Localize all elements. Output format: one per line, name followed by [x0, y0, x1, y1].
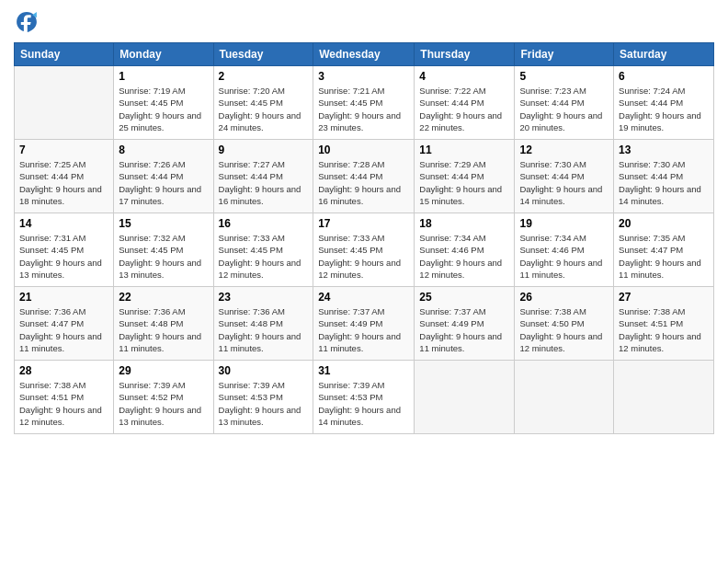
day-detail: Sunrise: 7:30 AMSunset: 4:44 PMDaylight:… [519, 158, 609, 207]
day-detail: Sunrise: 7:28 AMSunset: 4:44 PMDaylight:… [318, 158, 409, 207]
calendar-header: SundayMondayTuesdayWednesdayThursdayFrid… [15, 43, 714, 66]
day-number: 26 [519, 291, 609, 304]
calendar-cell: 30Sunrise: 7:39 AMSunset: 4:53 PMDayligh… [213, 361, 313, 434]
day-number: 4 [419, 70, 509, 83]
calendar-cell: 5Sunrise: 7:23 AMSunset: 4:44 PMDaylight… [515, 66, 614, 140]
day-number: 19 [519, 217, 609, 230]
calendar-cell: 3Sunrise: 7:21 AMSunset: 4:45 PMDaylight… [313, 66, 415, 140]
day-number: 14 [19, 217, 108, 230]
calendar-cell: 9Sunrise: 7:27 AMSunset: 4:44 PMDaylight… [213, 140, 313, 213]
calendar-cell [15, 66, 114, 140]
calendar-cell [515, 361, 614, 434]
weekday-header-tuesday: Tuesday [213, 43, 313, 66]
logo-icon [14, 9, 40, 35]
day-detail: Sunrise: 7:19 AMSunset: 4:45 PMDaylight:… [119, 85, 208, 133]
weekday-header-sunday: Sunday [15, 43, 114, 66]
day-number: 11 [419, 144, 509, 156]
calendar-week-2: 7Sunrise: 7:25 AMSunset: 4:44 PMDaylight… [15, 140, 714, 213]
day-number: 2 [219, 70, 309, 83]
day-detail: Sunrise: 7:38 AMSunset: 4:50 PMDaylight:… [519, 305, 609, 354]
day-detail: Sunrise: 7:36 AMSunset: 4:47 PMDaylight:… [19, 305, 108, 354]
day-detail: Sunrise: 7:32 AMSunset: 4:45 PMDaylight:… [119, 232, 208, 281]
day-detail: Sunrise: 7:38 AMSunset: 4:51 PMDaylight:… [19, 379, 108, 428]
day-detail: Sunrise: 7:39 AMSunset: 4:52 PMDaylight:… [119, 379, 208, 428]
day-detail: Sunrise: 7:35 AMSunset: 4:47 PMDaylight:… [619, 232, 709, 281]
day-number: 12 [519, 144, 609, 156]
day-number: 13 [619, 144, 709, 156]
calendar-cell: 18Sunrise: 7:34 AMSunset: 4:46 PMDayligh… [415, 213, 515, 287]
calendar-cell: 28Sunrise: 7:38 AMSunset: 4:51 PMDayligh… [15, 361, 114, 434]
calendar-cell: 12Sunrise: 7:30 AMSunset: 4:44 PMDayligh… [515, 140, 614, 213]
day-number: 21 [19, 291, 108, 304]
day-detail: Sunrise: 7:21 AMSunset: 4:45 PMDaylight:… [318, 85, 409, 133]
day-detail: Sunrise: 7:23 AMSunset: 4:44 PMDaylight:… [519, 85, 609, 133]
day-number: 1 [119, 70, 208, 83]
day-number: 25 [419, 291, 509, 304]
day-detail: Sunrise: 7:36 AMSunset: 4:48 PMDaylight:… [119, 305, 208, 354]
day-detail: Sunrise: 7:37 AMSunset: 4:49 PMDaylight:… [419, 305, 509, 354]
day-detail: Sunrise: 7:37 AMSunset: 4:49 PMDaylight:… [318, 305, 409, 354]
calendar-cell: 25Sunrise: 7:37 AMSunset: 4:49 PMDayligh… [415, 287, 515, 361]
day-detail: Sunrise: 7:34 AMSunset: 4:46 PMDaylight:… [519, 232, 609, 281]
calendar-cell: 7Sunrise: 7:25 AMSunset: 4:44 PMDaylight… [15, 140, 114, 213]
day-number: 8 [119, 144, 208, 156]
calendar-cell: 10Sunrise: 7:28 AMSunset: 4:44 PMDayligh… [313, 140, 415, 213]
calendar-cell: 4Sunrise: 7:22 AMSunset: 4:44 PMDaylight… [415, 66, 515, 140]
calendar-cell: 31Sunrise: 7:39 AMSunset: 4:53 PMDayligh… [313, 361, 415, 434]
day-number: 22 [119, 291, 208, 304]
day-number: 16 [219, 217, 309, 230]
calendar-cell [415, 361, 515, 434]
day-number: 31 [318, 364, 409, 377]
day-detail: Sunrise: 7:39 AMSunset: 4:53 PMDaylight:… [219, 379, 309, 428]
day-detail: Sunrise: 7:33 AMSunset: 4:45 PMDaylight:… [219, 232, 309, 281]
calendar-cell: 22Sunrise: 7:36 AMSunset: 4:48 PMDayligh… [114, 287, 213, 361]
day-detail: Sunrise: 7:33 AMSunset: 4:45 PMDaylight:… [318, 232, 409, 281]
calendar-cell: 29Sunrise: 7:39 AMSunset: 4:52 PMDayligh… [114, 361, 213, 434]
calendar-cell: 19Sunrise: 7:34 AMSunset: 4:46 PMDayligh… [515, 213, 614, 287]
calendar-week-4: 21Sunrise: 7:36 AMSunset: 4:47 PMDayligh… [15, 287, 714, 361]
day-number: 15 [119, 217, 208, 230]
day-detail: Sunrise: 7:36 AMSunset: 4:48 PMDaylight:… [219, 305, 309, 354]
day-detail: Sunrise: 7:29 AMSunset: 4:44 PMDaylight:… [419, 158, 509, 207]
day-detail: Sunrise: 7:38 AMSunset: 4:51 PMDaylight:… [619, 305, 709, 354]
calendar-cell: 21Sunrise: 7:36 AMSunset: 4:47 PMDayligh… [15, 287, 114, 361]
day-number: 7 [19, 144, 108, 156]
day-detail: Sunrise: 7:26 AMSunset: 4:44 PMDaylight:… [119, 158, 208, 207]
day-number: 3 [318, 70, 409, 83]
calendar-cell: 27Sunrise: 7:38 AMSunset: 4:51 PMDayligh… [614, 287, 714, 361]
weekday-header-monday: Monday [114, 43, 213, 66]
day-detail: Sunrise: 7:27 AMSunset: 4:44 PMDaylight:… [219, 158, 309, 207]
page-container: SundayMondayTuesdayWednesdayThursdayFrid… [0, 0, 728, 563]
calendar-cell: 6Sunrise: 7:24 AMSunset: 4:44 PMDaylight… [614, 66, 714, 140]
weekday-header-row: SundayMondayTuesdayWednesdayThursdayFrid… [15, 43, 714, 66]
day-number: 23 [219, 291, 309, 304]
logo [14, 9, 43, 35]
weekday-header-thursday: Thursday [415, 43, 515, 66]
day-number: 27 [619, 291, 709, 304]
day-detail: Sunrise: 7:20 AMSunset: 4:45 PMDaylight:… [219, 85, 309, 133]
calendar-cell: 20Sunrise: 7:35 AMSunset: 4:47 PMDayligh… [614, 213, 714, 287]
day-number: 24 [318, 291, 409, 304]
calendar-cell: 14Sunrise: 7:31 AMSunset: 4:45 PMDayligh… [15, 213, 114, 287]
day-number: 20 [619, 217, 709, 230]
calendar-cell: 1Sunrise: 7:19 AMSunset: 4:45 PMDaylight… [114, 66, 213, 140]
header-row [14, 9, 714, 35]
weekday-header-friday: Friday [515, 43, 614, 66]
calendar-table: SundayMondayTuesdayWednesdayThursdayFrid… [14, 42, 714, 434]
calendar-cell: 17Sunrise: 7:33 AMSunset: 4:45 PMDayligh… [313, 213, 415, 287]
calendar-cell: 23Sunrise: 7:36 AMSunset: 4:48 PMDayligh… [213, 287, 313, 361]
day-number: 5 [519, 70, 609, 83]
day-detail: Sunrise: 7:34 AMSunset: 4:46 PMDaylight:… [419, 232, 509, 281]
calendar-body: 1Sunrise: 7:19 AMSunset: 4:45 PMDaylight… [15, 66, 714, 434]
calendar-cell [614, 361, 714, 434]
day-detail: Sunrise: 7:31 AMSunset: 4:45 PMDaylight:… [19, 232, 108, 281]
calendar-cell: 11Sunrise: 7:29 AMSunset: 4:44 PMDayligh… [415, 140, 515, 213]
day-detail: Sunrise: 7:22 AMSunset: 4:44 PMDaylight:… [419, 85, 509, 133]
day-detail: Sunrise: 7:30 AMSunset: 4:44 PMDaylight:… [619, 158, 709, 207]
calendar-cell: 26Sunrise: 7:38 AMSunset: 4:50 PMDayligh… [515, 287, 614, 361]
day-number: 17 [318, 217, 409, 230]
day-number: 28 [19, 364, 108, 377]
calendar-week-3: 14Sunrise: 7:31 AMSunset: 4:45 PMDayligh… [15, 213, 714, 287]
day-number: 29 [119, 364, 208, 377]
calendar-cell: 13Sunrise: 7:30 AMSunset: 4:44 PMDayligh… [614, 140, 714, 213]
